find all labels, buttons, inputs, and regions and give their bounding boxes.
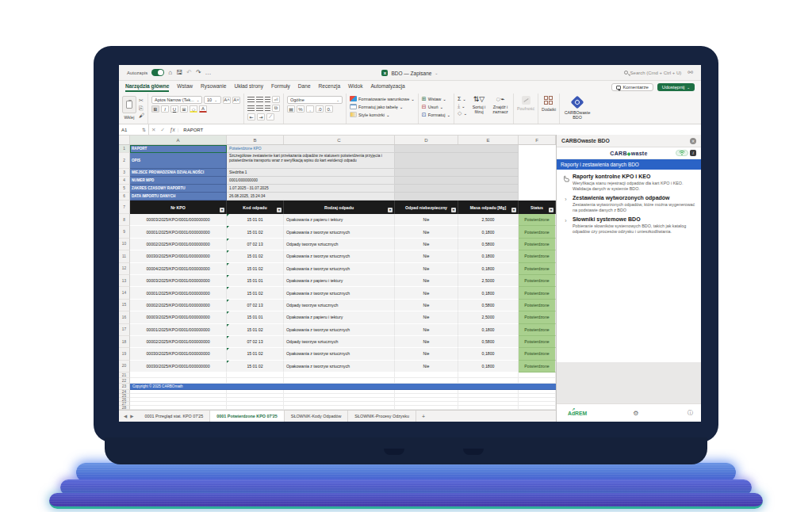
increase-decimal-icon[interactable]: .0 <box>316 105 324 113</box>
fill-button[interactable]: ⤓⌄ <box>458 103 467 109</box>
row-number[interactable]: 5 <box>119 185 130 193</box>
info-label-cell[interactable]: ZAKRES CZASOWY RAPORTU <box>130 185 227 193</box>
ribbon-tab-układ-strony[interactable]: Układ strony <box>234 83 263 92</box>
row-number[interactable]: 21 <box>119 373 130 378</box>
worksheet[interactable]: ABCDEF 1RAPORTPotwierdzone KPO2OPISSzcze… <box>119 136 556 422</box>
info-badge-icon[interactable]: i <box>690 150 696 156</box>
table-header-1[interactable]: Nr KPO▾ <box>130 201 227 214</box>
row-number[interactable]: 13 <box>119 275 130 287</box>
align-middle-icon[interactable] <box>256 97 263 102</box>
column-header-E[interactable]: E <box>458 136 519 144</box>
row-number[interactable]: 15 <box>119 300 130 311</box>
column-header-C[interactable]: C <box>284 136 395 144</box>
bold-button[interactable]: B <box>151 105 159 113</box>
italic-button[interactable]: I <box>161 105 169 113</box>
insert-function-icon[interactable]: ƒx <box>167 127 178 132</box>
filter-icon[interactable]: ▾ <box>451 208 456 212</box>
delete-cells-button[interactable]: ⊟Usuń⌄ <box>422 104 450 109</box>
info-label-cell[interactable]: RAPORT <box>130 145 227 153</box>
pane-section-2[interactable]: ›Zestawienia wytworzonych odpadówZestawi… <box>562 195 695 213</box>
table-row[interactable]: 800003/2025/KPO/0001/00000000015 01 01Op… <box>119 214 556 226</box>
more-icon[interactable]: … <box>205 70 212 76</box>
save-icon[interactable]: 🖫 <box>176 70 182 76</box>
table-row[interactable]: 1000002/2025/KPO/0001/00000000007 02 13O… <box>119 239 556 250</box>
table-header-6[interactable]: Status▾ <box>519 201 556 214</box>
accounting-format-icon[interactable]: ▤ <box>287 105 295 113</box>
pane-section-3[interactable]: ›Słowniki systemowe BDOPobieranie słowni… <box>562 216 695 235</box>
table-row[interactable]: 1700001/2025/KPO/0001/00000000015 01 02O… <box>119 324 556 336</box>
increase-indent-icon[interactable]: ⇥ <box>257 113 265 120</box>
info-value-cell[interactable]: Potwierdzone KPO <box>227 145 395 153</box>
row-number[interactable]: 1 <box>119 145 130 153</box>
paste-button[interactable] <box>122 96 136 113</box>
row-number[interactable]: 20 <box>119 361 130 373</box>
column-headers[interactable]: ABCDEF <box>119 136 556 145</box>
row-number[interactable]: 14 <box>119 287 130 299</box>
info-label-cell[interactable]: NUMER MPD <box>130 177 227 185</box>
table-header-5[interactable]: Masa odpadu [Mg]▾ <box>458 201 519 214</box>
table-row[interactable]: 1200004/2025/KPO/0001/00000000015 01 02O… <box>119 263 556 275</box>
next-sheet-icon[interactable]: ▶ <box>130 414 133 418</box>
column-header-B[interactable]: B <box>227 136 284 144</box>
percent-style-icon[interactable]: % <box>297 105 304 113</box>
confirm-entry-icon[interactable]: ✓ <box>158 127 167 133</box>
pane-section-title[interactable]: Słowniki systemowe BDO <box>573 216 695 223</box>
clear-button[interactable]: ◇⌄ <box>458 110 467 116</box>
table-header-4[interactable]: Odpad niebezpieczny▾ <box>395 201 458 214</box>
filter-icon[interactable]: ▾ <box>388 208 393 212</box>
filter-icon[interactable]: ▾ <box>549 208 553 212</box>
info-value-cell[interactable]: 1.07.2025 - 31.07.2025 <box>227 185 395 193</box>
font-size-select[interactable]: 10⌄ <box>204 96 221 104</box>
row-number[interactable]: 6 <box>119 193 130 201</box>
row-number[interactable]: 3 <box>119 169 130 177</box>
wrap-text-icon[interactable]: ⏎ <box>272 96 280 103</box>
share-button[interactable]: Udostępnij⌄ <box>657 83 695 91</box>
autosum-button[interactable]: Σ⌄ <box>458 96 467 101</box>
ribbon-tab-dane[interactable]: Dane <box>298 83 311 92</box>
ribbon-tab-widok[interactable]: Widok <box>348 83 362 92</box>
sheet-tab-2[interactable]: 0001 Potwierdzone KPO 07'25 <box>210 410 284 422</box>
info-value-cell[interactable]: 0001/000000000 <box>227 177 395 185</box>
row-number[interactable]: 16 <box>119 311 130 323</box>
name-box-stepper-icon[interactable]: ⇅ <box>142 127 146 132</box>
row-number[interactable]: 18 <box>119 336 130 348</box>
ribbon-tab-wstaw[interactable]: Wstaw <box>177 83 193 92</box>
fill-color-button[interactable]: ◇ <box>190 105 197 113</box>
row-number[interactable]: 11 <box>119 250 130 262</box>
autosave-toggle[interactable] <box>151 69 164 76</box>
pane-section-1[interactable]: Raporty kontrolne KPO i KEOWeryfikacja s… <box>562 174 695 192</box>
table-header-3[interactable]: Rodzaj odpadu▾ <box>284 201 395 214</box>
info-label-cell[interactable]: MIEJSCE PROWADZENIA DZIAŁALNOŚCI <box>130 169 227 177</box>
row-number[interactable]: 7 <box>119 201 130 214</box>
redo-icon[interactable]: ↷ <box>196 70 201 76</box>
sensitivity-button[interactable]: Poufność <box>517 106 534 111</box>
ribbon-tab-narzędzia-główne[interactable]: Narzędzia główne <box>125 83 169 92</box>
row-number[interactable]: 17 <box>119 324 130 336</box>
sort-filter-button[interactable]: Sortuj i filtruj <box>469 105 488 114</box>
row-number[interactable]: 19 <box>119 348 130 360</box>
table-row[interactable]: 1300003/2025/KPO/0001/00000000015 01 01O… <box>119 275 556 287</box>
carbowaste-addin-button[interactable]: CARBOwaste BDO <box>563 110 592 120</box>
info-value-cell[interactable]: Siedziba 1 <box>227 169 395 177</box>
decrease-font-icon[interactable]: A˅ <box>232 97 240 104</box>
align-bottom-icon[interactable] <box>265 97 270 102</box>
connection-toggle[interactable] <box>676 150 688 156</box>
number-format-select[interactable]: Ogólne⌄ <box>287 96 343 104</box>
share-link-icon[interactable]: ⚯ <box>688 69 693 76</box>
font-name-select[interactable]: Aptos Narrow (Tek...⌄ <box>151 96 202 104</box>
merge-center-icon[interactable]: ⧉ <box>272 105 280 112</box>
prev-sheet-icon[interactable]: ◀ <box>124 414 127 418</box>
increase-font-icon[interactable]: A˄ <box>223 97 231 104</box>
info-value-cell[interactable]: Szczegółowe zestawienie kart przekazania… <box>227 153 395 169</box>
decrease-decimal-icon[interactable]: 0. <box>325 105 333 113</box>
info-label-cell[interactable]: DATA IMPORTU DANYCH <box>130 193 227 201</box>
info-label-cell[interactable]: OPIS <box>130 153 227 169</box>
row-number[interactable]: 8 <box>119 214 130 226</box>
underline-button[interactable]: U <box>170 105 178 113</box>
ribbon-tab-recenzja[interactable]: Recenzja <box>319 83 341 92</box>
find-select-button[interactable]: Znajdź i zaznacz <box>491 105 510 114</box>
column-header-F[interactable]: F <box>519 136 556 144</box>
add-sheet-button[interactable]: + <box>416 411 431 422</box>
home-icon[interactable]: ⌂ <box>168 70 172 76</box>
table-header-2[interactable]: Kod odpadu▾ <box>227 201 284 214</box>
